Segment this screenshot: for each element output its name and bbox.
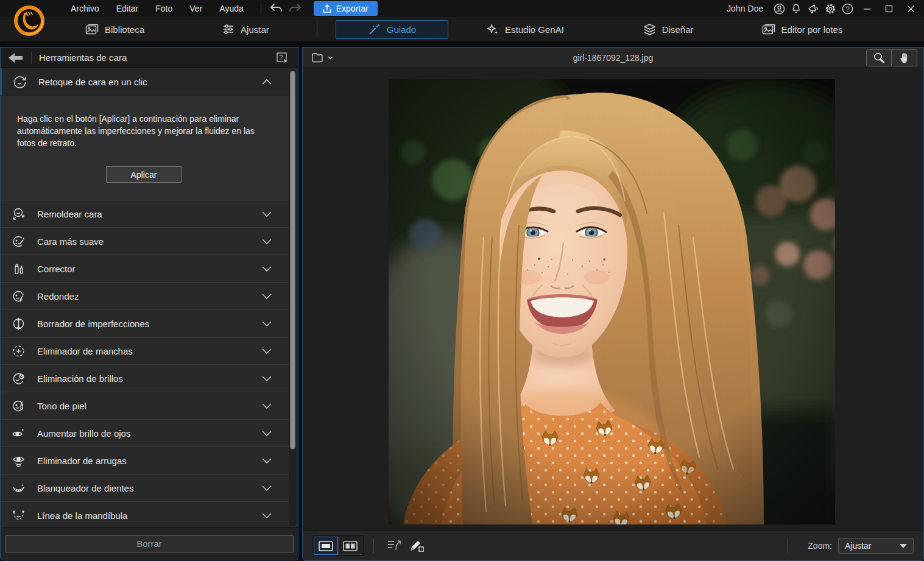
divider xyxy=(31,52,32,64)
window-close-button[interactable] xyxy=(900,1,922,16)
tool-label: Eliminador de arrugas xyxy=(37,456,127,466)
tab-label: Biblioteca xyxy=(105,24,144,35)
tab-estudio-genai[interactable]: Estudio GenAI xyxy=(486,23,564,36)
panel-title: Herramientas de cara xyxy=(39,52,127,63)
account-avatar-icon[interactable] xyxy=(771,1,788,16)
blemish-eraser-icon xyxy=(11,316,27,331)
edit-pencil-button[interactable] xyxy=(406,537,428,555)
tool-linea-de-la-mandibula[interactable]: Línea de la mandíbula xyxy=(1,501,289,527)
apply-button[interactable]: Aplicar xyxy=(106,166,182,183)
window-maximize-button[interactable] xyxy=(878,1,900,16)
tab-disenar[interactable]: Diseñar xyxy=(643,23,694,36)
announcements-megaphone-icon[interactable] xyxy=(805,1,822,16)
history-icon xyxy=(386,538,403,553)
chevron-down-icon xyxy=(262,294,272,299)
redo-button[interactable] xyxy=(286,1,304,16)
folder-browse-button[interactable] xyxy=(311,52,333,63)
title-bar: Archivo Editar Foto Ver Ayuda Exportar xyxy=(0,0,924,17)
library-image-icon xyxy=(85,24,99,35)
export-button[interactable]: Exportar xyxy=(314,1,378,16)
one-click-retouch-content: Haga clic en el botón [Aplicar] a contin… xyxy=(1,95,289,200)
canvas-nav-buttons xyxy=(866,49,917,66)
help-icon[interactable]: ? xyxy=(839,1,856,16)
canvas-viewport[interactable] xyxy=(303,68,923,531)
chevron-down-icon xyxy=(262,513,272,518)
tab-label: Editor por lotes xyxy=(781,24,843,35)
single-view-icon xyxy=(319,541,333,551)
tool-tono-de-piel[interactable]: Tono de piel xyxy=(1,392,289,419)
canvas-panel: girl-1867092_128.jpg xyxy=(302,47,924,561)
jawline-icon xyxy=(11,508,27,523)
tab-editor-por-lotes[interactable]: Editor por lotes xyxy=(762,24,843,35)
tool-cara-mas-suave[interactable]: Cara más suave xyxy=(1,227,289,255)
chevron-up-icon xyxy=(262,79,272,85)
design-layers-icon xyxy=(643,23,656,36)
tool-eliminador-de-manchas[interactable]: Eliminador de manchas xyxy=(1,337,289,364)
panel-help-icon[interactable]: ? xyxy=(276,52,289,64)
tab-ajustar[interactable]: Ajustar xyxy=(222,23,269,35)
user-name: John Doe xyxy=(727,4,763,13)
tab-label: Diseñar xyxy=(662,24,694,35)
pencil-icon xyxy=(408,538,425,553)
tool-label: Eliminación de brillos xyxy=(37,373,123,384)
scrollbar-thumb[interactable] xyxy=(290,71,295,450)
face-roundness-icon xyxy=(11,289,27,304)
canvas-toolbar: girl-1867092_128.jpg xyxy=(303,48,923,68)
panel-scrollbar[interactable] xyxy=(289,69,297,526)
zoom-dropdown[interactable]: Ajustar xyxy=(838,538,914,554)
tool-aumentar-brillo-de-ojos[interactable]: Aumentar brillo de ojos xyxy=(1,419,289,446)
tool-blanqueador-de-dientes[interactable]: Blanqueador de dientes xyxy=(1,474,289,501)
tool-eliminador-de-arrugas[interactable]: Eliminador de arrugas xyxy=(1,446,289,474)
chevron-down-icon xyxy=(262,321,272,326)
notifications-bell-icon[interactable] xyxy=(788,1,805,16)
tool-list: Retoque de cara en un clic Haga clic en … xyxy=(1,68,289,527)
back-button[interactable] xyxy=(1,48,31,68)
face-smooth-icon xyxy=(11,234,27,249)
compare-view-button[interactable] xyxy=(338,537,362,555)
menu-archivo[interactable]: Archivo xyxy=(62,1,108,16)
dropdown-arrow-icon xyxy=(900,544,907,548)
tool-eliminacion-de-brillos[interactable]: Eliminación de brillos xyxy=(1,364,289,392)
genai-sparkles-icon xyxy=(486,23,499,36)
zoom-label: Zoom: xyxy=(808,541,832,551)
tool-label: Borrador de imperfecciones xyxy=(37,319,149,329)
svg-text:?: ? xyxy=(280,54,283,61)
tool-borrador-de-imperfecciones[interactable]: Borrador de imperfecciones xyxy=(1,309,289,337)
photo-girl-portrait xyxy=(389,79,835,524)
image-filename: girl-1867092_128.jpg xyxy=(303,53,923,63)
history-button[interactable] xyxy=(384,537,406,555)
tool-remoldear-cara[interactable]: Remoldear cara xyxy=(1,200,289,227)
zoom-tool-button[interactable] xyxy=(866,49,892,66)
undo-button[interactable] xyxy=(267,1,286,16)
view-mode-group xyxy=(312,535,364,556)
export-label: Exportar xyxy=(336,4,369,13)
hand-icon xyxy=(899,52,910,64)
window-minimize-button[interactable] xyxy=(856,1,878,16)
single-view-button[interactable] xyxy=(314,537,338,555)
settings-gear-icon[interactable] xyxy=(822,1,839,16)
menu-ver[interactable]: Ver xyxy=(181,1,211,16)
tool-corrector[interactable]: Corrector xyxy=(1,255,289,282)
titlebar-right: John Doe xyxy=(727,1,924,16)
menu-ayuda[interactable]: Ayuda xyxy=(211,1,252,16)
clear-button[interactable]: Borrar xyxy=(5,535,294,552)
app-logo-icon xyxy=(10,3,49,38)
app-window: Archivo Editar Foto Ver Ayuda Exportar xyxy=(0,0,924,561)
tool-label: Redondez xyxy=(37,291,79,302)
chevron-down-icon xyxy=(262,266,272,272)
tab-guiado[interactable]: Guiado xyxy=(336,20,448,39)
tool-label: Corrector xyxy=(37,264,76,274)
menu-foto[interactable]: Foto xyxy=(147,1,181,16)
folder-icon xyxy=(311,52,326,63)
concealer-icon xyxy=(11,261,27,277)
tool-label: Retoque de cara en un clic xyxy=(38,77,147,87)
tool-redondez[interactable]: Redondez xyxy=(1,282,289,309)
magic-wand-icon xyxy=(368,23,381,36)
menu-editar[interactable]: Editar xyxy=(108,1,147,16)
tool-label: Tono de piel xyxy=(37,401,86,411)
divider xyxy=(317,21,317,37)
back-arrow-icon xyxy=(9,53,23,63)
tool-one-click-retouch[interactable]: Retoque de cara en un clic xyxy=(1,68,289,95)
tab-biblioteca[interactable]: Biblioteca xyxy=(85,24,144,35)
pan-tool-button[interactable] xyxy=(892,49,917,66)
